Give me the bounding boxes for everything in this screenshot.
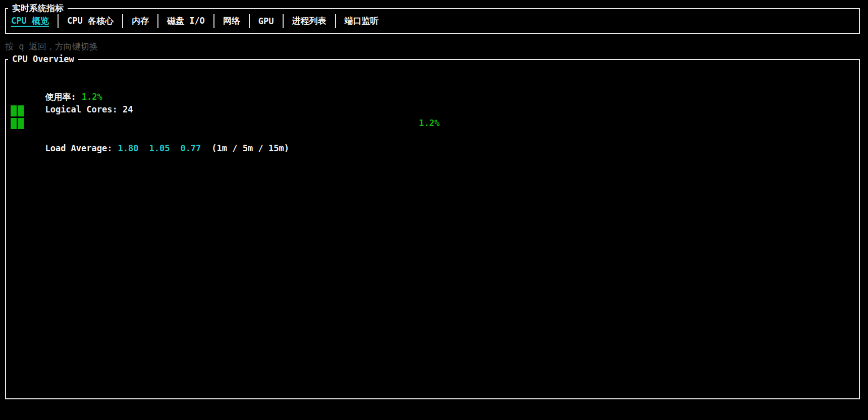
tab-network[interactable]: 网络 (214, 15, 249, 27)
tab-gpu[interactable]: GPU (250, 16, 283, 26)
tab-disk-io[interactable]: 磁盘 I/O (158, 15, 213, 27)
tab-process-list[interactable]: 进程列表 (284, 15, 335, 27)
tab-cpu-cores[interactable]: CPU 各核心 (59, 15, 122, 27)
cpu-overview-panel: CPU Overview 使用率:1.2% Logical Cores: 24 … (5, 59, 860, 399)
cpu-usage-gauge-row-1 (11, 105, 24, 116)
gauge-fill-block (11, 105, 17, 116)
logical-cores-line: Logical Cores: 24 (14, 91, 133, 129)
load-1m-value: 1.80 (118, 143, 138, 153)
logical-cores-label: Logical Cores: (45, 104, 117, 114)
load-15m-value: 0.77 (180, 143, 201, 153)
logical-cores-value: 24 (123, 104, 133, 114)
tab-port-listen[interactable]: 端口监听 (336, 15, 388, 27)
panel-title: CPU Overview (8, 53, 78, 65)
metrics-header-box: 实时系统指标 CPU 概览 CPU 各核心 内存 磁盘 I/O 网络 GPU 进… (5, 8, 860, 34)
gauge-fill-block (18, 118, 24, 129)
load-average-line: Load Average:1.801.050.77(1m / 5m / 15m) (14, 130, 289, 167)
load-average-label: Load Average: (45, 143, 112, 153)
terminal-screen: 实时系统指标 CPU 概览 CPU 各核心 内存 磁盘 I/O 网络 GPU 进… (0, 0, 868, 420)
help-text: 按 q 返回，方向键切换 (5, 40, 98, 52)
gauge-percent-label: 1.2% (419, 117, 440, 130)
gauge-fill-block (11, 118, 17, 129)
tab-bar: CPU 概览 CPU 各核心 内存 磁盘 I/O 网络 GPU 进程列表 端口监… (6, 9, 859, 33)
cpu-usage-gauge-row-2 (11, 118, 24, 129)
tab-cpu-overview[interactable]: CPU 概览 (11, 15, 58, 27)
tab-memory[interactable]: 内存 (123, 15, 157, 27)
load-window-note: (1m / 5m / 15m) (211, 143, 289, 153)
load-5m-value: 1.05 (149, 143, 170, 153)
gauge-fill-block (18, 105, 24, 116)
